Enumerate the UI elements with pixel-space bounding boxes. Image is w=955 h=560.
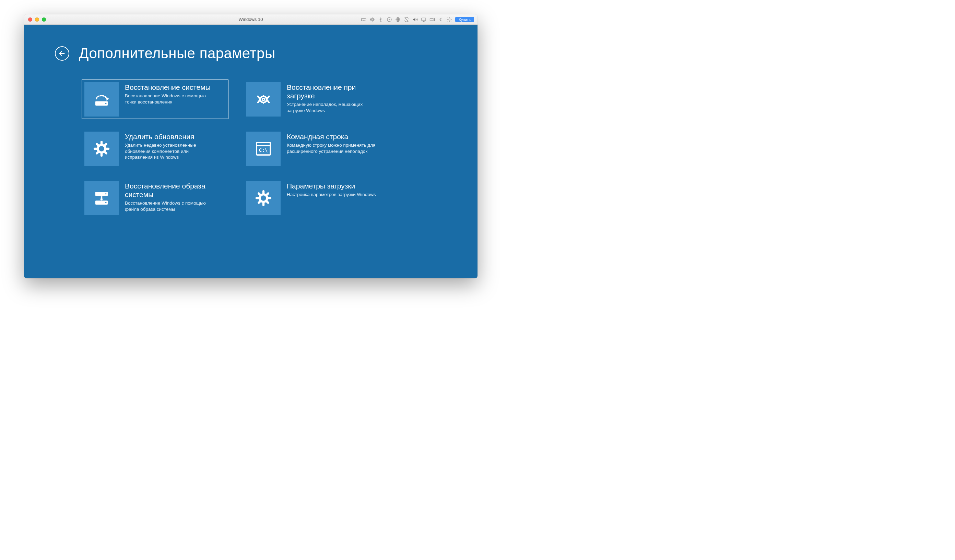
svg-point-29: [105, 103, 107, 104]
svg-line-62: [267, 201, 268, 203]
tile-title: Восстановление системы: [125, 83, 214, 92]
svg-point-51: [105, 193, 107, 195]
tile-system-restore[interactable]: Восстановление системы Восстановление Wi…: [81, 80, 229, 119]
svg-point-31: [262, 98, 265, 100]
tile-text: Командная строка Командную строку можно …: [287, 132, 379, 154]
svg-line-63: [258, 201, 260, 203]
keyboard-icon[interactable]: [361, 17, 366, 22]
tile-startup-repair[interactable]: Восстановление при загрузке Устранение н…: [244, 80, 390, 119]
minimize-window-button[interactable]: [35, 17, 39, 22]
svg-line-44: [105, 152, 106, 154]
svg-point-56: [260, 194, 267, 202]
svg-rect-21: [421, 18, 426, 20]
buy-button[interactable]: Купить: [455, 17, 474, 22]
tile-desc: Удалить недавно установленные обновления…: [125, 142, 214, 161]
titlebar: Windows 10 Купить: [24, 14, 478, 25]
gear-icon: [246, 181, 280, 215]
tile-title: Параметры загрузки: [287, 182, 376, 190]
tile-title: Восстановление при загрузке: [287, 83, 384, 100]
tile-desc: Восстановление Windows с помощью файла о…: [125, 200, 214, 212]
svg-point-53: [105, 202, 107, 203]
svg-line-34: [260, 97, 261, 98]
svg-line-16: [381, 19, 382, 20]
svg-line-46: [105, 144, 106, 145]
svg-rect-7: [371, 18, 374, 21]
camera-icon[interactable]: [429, 17, 435, 22]
page-title: Дополнительные параметры: [79, 45, 276, 62]
svg-line-37: [266, 97, 266, 98]
tile-title: Восстановление образа системы: [125, 182, 222, 199]
tile-title: Командная строка: [287, 132, 376, 141]
svg-point-13: [380, 21, 382, 22]
svg-rect-0: [362, 18, 366, 20]
tile-text: Восстановление при загрузке Устранение н…: [287, 82, 388, 114]
svg-rect-24: [430, 18, 433, 20]
tile-desc: Командную строку можно применять для рас…: [287, 142, 376, 154]
system-image-icon: [85, 181, 119, 215]
gear-icon[interactable]: [447, 17, 452, 22]
svg-line-64: [267, 193, 268, 195]
svg-line-43: [97, 144, 98, 145]
arrow-left-icon: [58, 50, 66, 57]
tile-desc: Устранение неполадок, мешающих загрузке …: [287, 101, 376, 114]
options-grid: Восстановление системы Восстановление Wi…: [81, 80, 390, 218]
usb-icon[interactable]: [378, 17, 384, 22]
display-icon[interactable]: [421, 17, 426, 22]
svg-point-25: [449, 19, 450, 20]
tile-text: Удалить обновления Удалить недавно устан…: [125, 132, 218, 161]
svg-line-35: [266, 101, 266, 102]
cpu-icon[interactable]: [369, 17, 375, 22]
tile-text: Восстановление образа системы Восстановл…: [125, 181, 226, 212]
vm-window: Windows 10 Купить Дополнительные парамет…: [24, 14, 478, 278]
svg-line-36: [260, 101, 261, 102]
disc-icon[interactable]: [387, 17, 392, 22]
svg-line-45: [97, 152, 98, 154]
tile-desc: Восстановление Windows с помощью точки в…: [125, 93, 214, 105]
tile-title: Удалить обновления: [125, 132, 214, 141]
sync-off-icon[interactable]: [404, 17, 409, 22]
svg-point-18: [389, 19, 390, 20]
window-controls: [24, 17, 46, 22]
system-restore-icon: [85, 82, 119, 117]
vm-screen: Дополнительные параметры Восстановление …: [24, 25, 478, 278]
tile-command-prompt[interactable]: C:\ Командная строка Командную строку мо…: [244, 129, 390, 168]
tray-icons: Купить: [361, 17, 478, 22]
svg-rect-8: [371, 19, 373, 20]
tile-system-image-recovery[interactable]: Восстановление образа системы Восстановл…: [81, 178, 229, 218]
sound-icon[interactable]: [412, 17, 418, 22]
svg-marker-55: [100, 199, 103, 201]
svg-point-17: [387, 17, 391, 22]
startup-repair-icon: [246, 82, 280, 117]
svg-line-20: [405, 17, 409, 21]
maximize-window-button[interactable]: [42, 17, 46, 22]
tile-text: Параметры загрузки Настройка параметров …: [287, 181, 379, 198]
svg-text:C:\: C:\: [258, 147, 268, 153]
tile-text: Восстановление системы Восстановление Wi…: [125, 82, 218, 105]
gear-icon: [85, 132, 119, 166]
svg-point-38: [98, 145, 105, 153]
svg-line-15: [380, 19, 381, 20]
tile-desc: Настройка параметров загрузки Windows: [287, 192, 376, 198]
back-arrow-icon[interactable]: [438, 17, 443, 22]
page-header: Дополнительные параметры: [55, 45, 276, 62]
tile-uninstall-updates[interactable]: Удалить обновления Удалить недавно устан…: [81, 129, 229, 168]
network-icon[interactable]: [395, 17, 401, 22]
svg-marker-27: [107, 97, 109, 101]
command-prompt-icon: C:\: [246, 132, 280, 166]
tile-startup-settings[interactable]: Параметры загрузки Настройка параметров …: [244, 178, 390, 218]
svg-line-61: [258, 193, 260, 195]
close-window-button[interactable]: [28, 17, 32, 22]
back-button[interactable]: [55, 46, 69, 61]
